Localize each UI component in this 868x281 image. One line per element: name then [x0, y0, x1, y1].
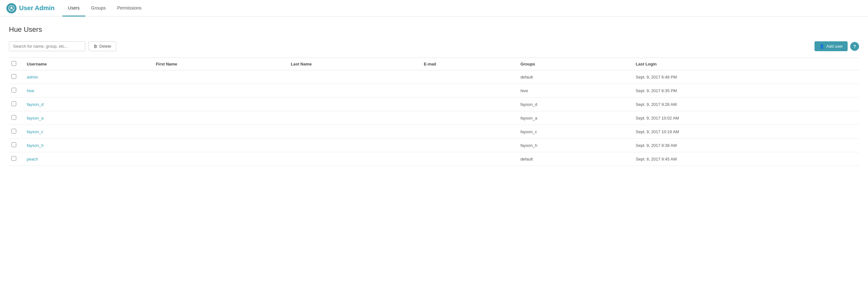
row-check-cell	[9, 70, 22, 84]
row-check-cell	[9, 111, 22, 125]
toolbar-left: 🗑 Delete	[9, 41, 116, 51]
table-row: fayson_h fayson_h Sept. 9, 2017 8:38 AM	[9, 139, 859, 152]
table-header: Username First Name Last Name E-mail Gro…	[9, 58, 859, 70]
header-lastlogin: Last Login	[631, 58, 859, 70]
row-check-cell	[9, 84, 22, 98]
row-lastlogin: Sept. 8, 2017 9:45 AM	[631, 152, 859, 166]
row-groups: fayson_c	[515, 125, 630, 139]
header-firstname: First Name	[151, 58, 286, 70]
row-lastlogin: Sept. 9, 2017 9:28 AM	[631, 98, 859, 111]
row-lastname	[286, 125, 419, 139]
username-link[interactable]: fayson_c	[27, 129, 43, 134]
row-firstname	[151, 111, 286, 125]
row-checkbox[interactable]	[11, 88, 16, 93]
row-firstname	[151, 152, 286, 166]
username-link[interactable]: admin	[27, 75, 38, 79]
row-username: admin	[22, 70, 151, 84]
row-lastname	[286, 98, 419, 111]
table-row: fayson_c fayson_c Sept. 9, 2017 10:19 AM	[9, 125, 859, 139]
row-lastlogin: Sept. 9, 2017 6:48 PM	[631, 70, 859, 84]
username-link[interactable]: peach	[27, 157, 38, 162]
row-lastname	[286, 139, 419, 152]
row-username: fayson_c	[22, 125, 151, 139]
row-groups: default	[515, 70, 630, 84]
select-all-checkbox[interactable]	[11, 61, 16, 66]
row-check-cell	[9, 152, 22, 166]
row-email	[419, 98, 515, 111]
page-title: Hue Users	[9, 26, 859, 34]
row-checkbox[interactable]	[11, 142, 16, 147]
row-lastlogin: Sept. 9, 2017 8:38 AM	[631, 139, 859, 152]
row-lastname	[286, 152, 419, 166]
row-email	[419, 125, 515, 139]
header-check	[9, 58, 22, 70]
row-email	[419, 139, 515, 152]
row-groups: fayson_d	[515, 98, 630, 111]
row-email	[419, 152, 515, 166]
header-lastname: Last Name	[286, 58, 419, 70]
row-lastname	[286, 70, 419, 84]
row-checkbox[interactable]	[11, 129, 16, 134]
toolbar: 🗑 Delete 👤 Add user ?	[9, 41, 859, 51]
table-row: peach default Sept. 8, 2017 9:45 AM	[9, 152, 859, 166]
tab-permissions[interactable]: Permissions	[112, 0, 147, 16]
search-input[interactable]	[9, 41, 85, 51]
row-email	[419, 70, 515, 84]
help-button[interactable]: ?	[850, 42, 859, 51]
row-username: hive	[22, 84, 151, 98]
tab-users[interactable]: Users	[62, 0, 86, 16]
header-groups: Groups	[515, 58, 630, 70]
brand-title: User Admin	[19, 4, 55, 12]
row-firstname	[151, 98, 286, 111]
table-body: admin default Sept. 9, 2017 6:48 PM hive…	[9, 70, 859, 166]
table-row: admin default Sept. 9, 2017 6:48 PM	[9, 70, 859, 84]
row-firstname	[151, 84, 286, 98]
row-email	[419, 111, 515, 125]
row-lastname	[286, 111, 419, 125]
username-link[interactable]: fayson_a	[27, 116, 43, 120]
row-checkbox[interactable]	[11, 115, 16, 120]
row-check-cell	[9, 125, 22, 139]
row-checkbox[interactable]	[11, 74, 16, 79]
row-email	[419, 84, 515, 98]
table-row: fayson_a fayson_a Sept. 9, 2017 10:02 AM	[9, 111, 859, 125]
users-table: Username First Name Last Name E-mail Gro…	[9, 58, 859, 166]
row-check-cell	[9, 139, 22, 152]
row-groups: default	[515, 152, 630, 166]
row-username: fayson_d	[22, 98, 151, 111]
tab-groups[interactable]: Groups	[85, 0, 112, 16]
username-link[interactable]: hive	[27, 89, 34, 93]
main-content: Hue Users 🗑 Delete 👤 Add user ?	[0, 16, 868, 172]
brand: User Admin	[6, 3, 55, 13]
row-lastlogin: Sept. 9, 2017 10:02 AM	[631, 111, 859, 125]
add-user-button[interactable]: 👤 Add user	[814, 41, 848, 51]
add-user-icon: 👤	[819, 44, 825, 49]
brand-icon	[6, 3, 17, 13]
row-firstname	[151, 125, 286, 139]
row-firstname	[151, 70, 286, 84]
toolbar-right: 👤 Add user ?	[814, 41, 859, 51]
row-lastlogin: Sept. 9, 2017 6:35 PM	[631, 84, 859, 98]
row-username: peach	[22, 152, 151, 166]
nav-tabs: Users Groups Permissions	[62, 0, 148, 16]
row-lastlogin: Sept. 9, 2017 10:19 AM	[631, 125, 859, 139]
row-groups: fayson_a	[515, 111, 630, 125]
table-row: hive hive Sept. 9, 2017 6:35 PM	[9, 84, 859, 98]
trash-icon: 🗑	[93, 44, 97, 49]
username-link[interactable]: fayson_h	[27, 143, 43, 148]
svg-point-1	[10, 7, 12, 9]
row-username: fayson_a	[22, 111, 151, 125]
row-groups: fayson_h	[515, 139, 630, 152]
row-checkbox[interactable]	[11, 156, 16, 161]
header-email: E-mail	[419, 58, 515, 70]
username-link[interactable]: fayson_d	[27, 102, 43, 107]
delete-button[interactable]: 🗑 Delete	[89, 41, 116, 51]
row-check-cell	[9, 98, 22, 111]
row-lastname	[286, 84, 419, 98]
row-groups: hive	[515, 84, 630, 98]
header-username: Username	[22, 58, 151, 70]
row-username: fayson_h	[22, 139, 151, 152]
row-firstname	[151, 139, 286, 152]
table-row: fayson_d fayson_d Sept. 9, 2017 9:28 AM	[9, 98, 859, 111]
row-checkbox[interactable]	[11, 101, 16, 106]
